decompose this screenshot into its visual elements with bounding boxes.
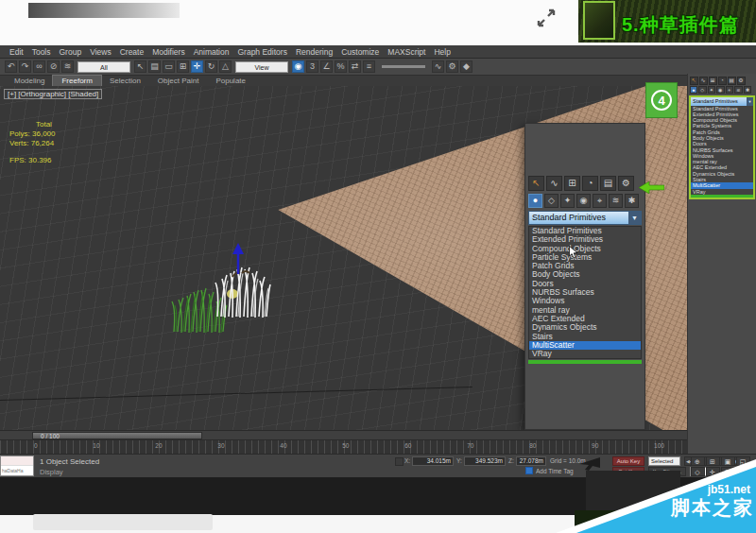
menu-item[interactable]: Customize (341, 47, 379, 57)
display-tab-icon[interactable]: ▤ (600, 176, 616, 191)
select-and-link-icon[interactable]: ∞ (33, 60, 45, 73)
dropdown-option[interactable]: NURBS Surfaces (529, 288, 641, 297)
cameras-category-icon[interactable]: ◉ (716, 86, 725, 95)
listener-macro-row[interactable] (1, 456, 33, 466)
hierarchy-tab-icon[interactable]: ⊞ (709, 77, 717, 85)
render-icon[interactable]: ◆ (460, 60, 472, 73)
ribbon-tab[interactable]: Object Paint (149, 76, 208, 86)
dropdown-option[interactable]: Dynamics Objects (529, 323, 641, 332)
select-and-rotate-icon[interactable]: ↻ (205, 60, 217, 73)
key-set-dropdown[interactable]: Selected (648, 456, 680, 466)
menu-item[interactable]: Modifiers (152, 47, 184, 57)
dropdown-option[interactable]: mental ray (529, 306, 641, 315)
modify-tab-icon[interactable]: ∿ (699, 77, 708, 85)
shapes-category-icon[interactable]: ◇ (544, 194, 558, 208)
unlink-selection-icon[interactable]: ⊘ (47, 60, 60, 73)
chevron-down-icon[interactable]: ▼ (747, 97, 753, 106)
object-type-dropdown[interactable]: Standard Primitives ▼ (528, 211, 642, 225)
menu-item[interactable]: Graph Editors (237, 47, 286, 57)
time-slider-track[interactable]: 0 / 100 (0, 430, 687, 440)
menu-item[interactable]: Animation (194, 47, 230, 57)
hierarchy-tab-icon[interactable]: ⊞ (564, 176, 580, 191)
systems-category-icon[interactable]: ✱ (625, 194, 639, 208)
utilities-tab-icon[interactable]: ⚙ (618, 176, 634, 191)
ribbon-tab[interactable]: Freeform (53, 76, 100, 86)
undo-icon[interactable]: ↶ (5, 60, 17, 73)
dropdown-option[interactable]: Stairs (529, 333, 641, 341)
menu-item[interactable]: Edit (9, 47, 24, 57)
select-by-name-icon[interactable]: ▤ (148, 60, 161, 73)
create-tab-icon[interactable]: ↖ (690, 77, 698, 85)
select-object-icon[interactable]: ↖ (134, 60, 146, 73)
snap-toggle-icon[interactable]: 3 (306, 60, 318, 73)
modify-tab-icon[interactable]: ∿ (546, 176, 562, 191)
dropdown-option[interactable]: Patch Grids (529, 262, 641, 270)
shapes-category-icon[interactable]: ◇ (698, 86, 707, 95)
menu-item[interactable]: Rendering (296, 47, 333, 57)
helpers-category-icon[interactable]: ⌖ (726, 86, 734, 95)
reference-coordinate-dropdown[interactable]: View (235, 61, 288, 73)
auto-key-button[interactable]: Auto Key (612, 456, 644, 466)
window-crossing-icon[interactable]: ⊞ (177, 60, 189, 73)
select-and-scale-icon[interactable]: △ (219, 60, 232, 73)
track-bar-ruler[interactable]: 0102030405060708090100 (0, 440, 687, 454)
bind-to-space-warp-icon[interactable]: ≋ (61, 60, 74, 73)
ribbon-tab[interactable]: Selection (101, 76, 149, 86)
chevron-down-icon[interactable]: ▼ (628, 212, 641, 224)
geometry-category-icon[interactable]: ● (528, 194, 542, 208)
listener-text[interactable]: haDataHa (1, 466, 33, 475)
expand-icon[interactable] (535, 7, 558, 29)
y-coordinate-field[interactable]: 349.523m (464, 456, 506, 466)
motion-tab-icon[interactable]: ◔ (582, 176, 598, 191)
align-icon[interactable]: ≡ (363, 60, 375, 73)
x-coordinate-field[interactable]: 34.015m (412, 456, 454, 466)
menu-item[interactable]: Tools (32, 47, 51, 57)
use-pivot-point-icon[interactable]: ◉ (292, 60, 304, 73)
dropdown-option[interactable]: MultiScatter (529, 341, 641, 350)
material-editor-slider[interactable] (382, 65, 425, 68)
dropdown-option[interactable]: Body Objects (529, 270, 641, 279)
angle-snap-icon[interactable]: ∠ (320, 60, 333, 73)
motion-tab-icon[interactable]: ◔ (718, 77, 727, 85)
systems-category-icon[interactable]: ✱ (744, 86, 752, 95)
dropdown-option[interactable]: Particle Systems (529, 253, 641, 262)
selection-lock-icon[interactable] (395, 457, 404, 466)
space-warps-category-icon[interactable]: ≋ (734, 86, 743, 95)
dropdown-option[interactable]: Compound Objects (529, 245, 641, 253)
ribbon-tab[interactable]: Modeling (6, 76, 53, 86)
selection-filter-dropdown[interactable]: All (77, 61, 130, 73)
object-type-dropdown-small[interactable]: Standard Primitives ▼ (691, 97, 753, 106)
render-setup-icon[interactable]: ⚙ (446, 60, 458, 73)
menu-item[interactable]: Create (120, 47, 145, 57)
zoom-extents-icon[interactable]: ▣ (721, 456, 735, 466)
lights-category-icon[interactable]: ✦ (708, 86, 716, 95)
z-axis-gizmo-arrow[interactable] (231, 243, 246, 275)
lights-category-icon[interactable]: ✦ (560, 194, 575, 208)
dropdown-option[interactable]: Windows (529, 297, 641, 305)
z-coordinate-field[interactable]: 27.078m (516, 456, 546, 466)
zoom-icon[interactable]: ⊕ (691, 456, 705, 466)
create-tab-icon[interactable]: ↖ (528, 176, 544, 191)
dropdown-option[interactable]: AEC Extended (529, 315, 641, 323)
menu-item[interactable]: MAXScript (387, 47, 425, 57)
percent-snap-icon[interactable]: % (335, 60, 347, 73)
geometry-category-icon[interactable]: ● (690, 86, 698, 95)
select-and-move-icon[interactable]: ✛ (191, 60, 203, 73)
helpers-category-icon[interactable]: ⌖ (593, 194, 607, 208)
dropdown-option[interactable]: VRay (529, 350, 641, 358)
dropdown-option[interactable]: Standard Primitives (529, 227, 641, 235)
viewport-label[interactable]: [+] [Orthographic] [Shaded] (4, 89, 102, 99)
menu-item[interactable]: Group (60, 47, 82, 57)
redo-icon[interactable]: ↷ (19, 60, 31, 73)
add-time-tag[interactable]: Add Time Tag (525, 467, 574, 474)
dropdown-option[interactable]: Doors (529, 280, 641, 288)
curve-editor-icon[interactable]: ∿ (432, 60, 444, 73)
cameras-category-icon[interactable]: ◉ (576, 194, 591, 208)
display-tab-icon[interactable]: ▤ (728, 77, 736, 85)
space-warps-category-icon[interactable]: ≋ (609, 194, 623, 208)
mirror-icon[interactable]: ⇄ (349, 60, 361, 73)
time-slider-handle[interactable]: 0 / 100 (32, 432, 202, 439)
maxscript-mini-listener[interactable]: haDataHa (0, 456, 34, 476)
fov-icon[interactable]: ◇ (691, 467, 705, 476)
menu-item[interactable]: Views (90, 47, 112, 57)
